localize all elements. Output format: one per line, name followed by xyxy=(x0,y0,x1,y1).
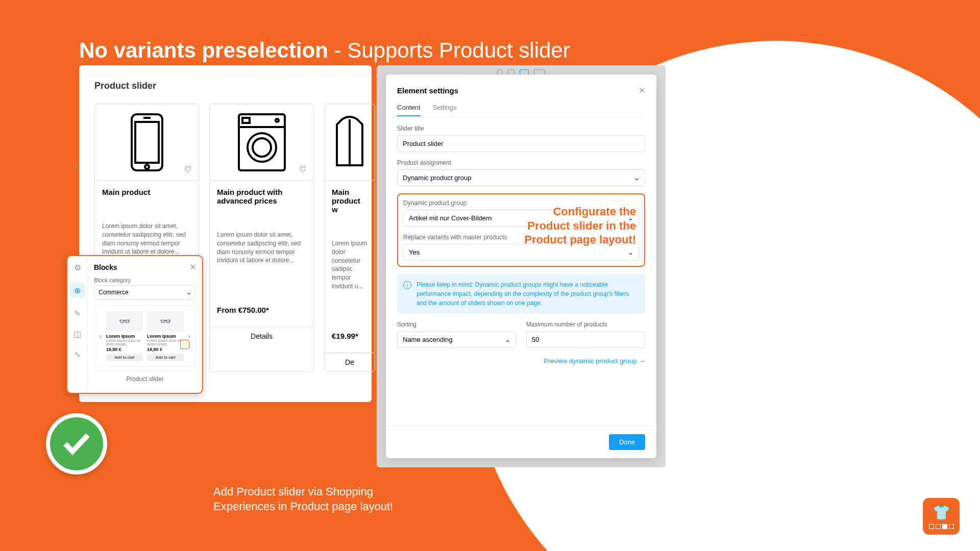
done-button[interactable]: Done xyxy=(609,434,645,450)
details-button[interactable]: De xyxy=(325,353,375,371)
annotation-text: Configurate the Product slider in the Pr… xyxy=(524,205,636,247)
product-card[interactable]: Main product w Lorem ipsum dolor consete… xyxy=(324,104,375,372)
close-icon[interactable]: ✕ xyxy=(189,262,196,272)
slider-title: Product slider xyxy=(94,81,356,91)
preview-prev[interactable]: ‹ xyxy=(100,332,102,340)
chevron-down-icon: ⌄ xyxy=(634,174,640,182)
svg-point-2 xyxy=(145,165,149,169)
shirt-icon: 👕 xyxy=(933,504,950,521)
wishlist-icon[interactable]: ♡ xyxy=(297,164,308,175)
blocks-sidebar: ⚙ ⊕ ✎ ◫ ∿ xyxy=(67,256,88,393)
svg-rect-8 xyxy=(242,118,250,123)
product-assignment-label: Product assignment xyxy=(397,159,645,166)
product-title: Main product xyxy=(102,188,191,196)
chevron-down-icon: ⌄ xyxy=(186,289,191,296)
sorting-label: Sorting xyxy=(397,321,516,328)
info-icon: i xyxy=(403,281,411,289)
blocks-panel: ⚙ ⊕ ✎ ◫ ∿ Blocks ✕ Block category Commer… xyxy=(66,255,203,394)
mini-product-card: 👓 Lorem Ipsum Lorem ipsum dolor sit amet… xyxy=(106,311,143,361)
chevron-down-icon: ⌄ xyxy=(628,248,633,256)
product-title: Main product with advanced prices xyxy=(217,188,306,205)
product-price: €19.99* xyxy=(332,332,368,340)
page-heading: No variants preselection - Supports Prod… xyxy=(79,38,570,63)
preview-link[interactable]: Preview dynamic product group → xyxy=(397,357,645,365)
washer-icon xyxy=(236,112,287,173)
wishlist-icon[interactable]: ♡ xyxy=(180,340,189,349)
nav-icon[interactable]: ∿ xyxy=(72,349,83,359)
modal-title: Element settings xyxy=(397,86,458,95)
slider-prev[interactable]: ‹ xyxy=(68,157,83,172)
wishlist-icon[interactable]: ♡ xyxy=(182,164,193,175)
element-settings-modal: Element settings ✕ Content Settings Slid… xyxy=(386,74,656,458)
tab-content[interactable]: Content xyxy=(397,104,421,116)
gear-icon[interactable]: ⚙ xyxy=(72,262,83,272)
preview-next[interactable]: › xyxy=(188,332,190,340)
product-desc: Lorem ipsum dolor sit amet, consetetur s… xyxy=(102,222,191,256)
sorting-select[interactable]: Name ascending⌄ xyxy=(397,331,516,348)
blocks-footer-label: Product slider xyxy=(94,371,196,387)
close-icon[interactable]: ✕ xyxy=(639,86,645,95)
product-desc: Lorem ipsum dolor sit amet, consetetur s… xyxy=(217,231,306,265)
max-products-input[interactable]: 50 xyxy=(526,331,645,348)
chevron-down-icon: ⌄ xyxy=(505,336,510,343)
max-products-label: Maximum number of products xyxy=(526,321,645,328)
phone-icon xyxy=(129,112,165,173)
success-check-icon xyxy=(46,413,107,474)
svg-rect-1 xyxy=(135,122,159,163)
edit-icon[interactable]: ✎ xyxy=(72,308,83,318)
info-alert: i Please keep in mind: Dynamic product g… xyxy=(397,274,645,314)
product-assignment-select[interactable]: Dynamic product group⌄ xyxy=(397,169,645,186)
product-title: Main product w xyxy=(332,188,368,214)
svg-point-7 xyxy=(253,138,271,157)
blocks-title: Blocks xyxy=(94,263,117,271)
slider-title-input[interactable]: Product slider xyxy=(397,135,645,152)
element-settings-container: Element settings ✕ Content Settings Slid… xyxy=(377,65,666,467)
product-card[interactable]: ♡ Main product with advanced prices Lore… xyxy=(209,104,314,372)
plugin-logo: 👕 xyxy=(923,498,960,535)
mini-product-card: 👓 Lorem Ipsum Lorem ipsum dolor sit amet… xyxy=(147,311,184,361)
layers-icon[interactable]: ◫ xyxy=(72,329,83,339)
tab-settings[interactable]: Settings xyxy=(433,104,457,116)
block-category-select[interactable]: Commerce⌄ xyxy=(94,285,196,299)
jacket-icon xyxy=(332,114,368,170)
plus-icon[interactable]: ⊕ xyxy=(70,283,85,298)
product-price: From €750.00* xyxy=(217,306,306,314)
block-category-label: Block category xyxy=(94,277,196,283)
svg-point-9 xyxy=(276,119,279,122)
product-desc: Lorem ipsum dolor consetetur sadipsc tem… xyxy=(332,239,368,291)
caption-text: Add Product slider via Shopping Experien… xyxy=(213,485,393,514)
details-button[interactable]: Details xyxy=(210,327,313,345)
slider-title-label: Slider title xyxy=(397,125,645,132)
